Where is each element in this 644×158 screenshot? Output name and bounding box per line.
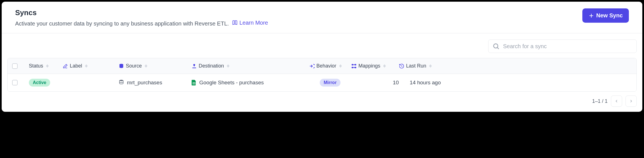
behavior-badge: Mirror [320, 79, 340, 87]
mappings-cell: 10 [351, 80, 399, 86]
header-text: Syncs Activate your customer data by syn… [15, 8, 268, 27]
col-destination-label: Destination [199, 63, 224, 69]
subtitle-text: Activate your customer data by syncing t… [15, 20, 229, 27]
search-icon [492, 43, 500, 50]
toolbar [2, 33, 642, 58]
col-behavior-label: Behavior [316, 63, 336, 69]
svg-rect-7 [355, 64, 356, 65]
behavior-cell: Mirror [309, 79, 351, 87]
status-cell: Active [29, 79, 62, 87]
edit-icon [62, 63, 68, 69]
mappings-icon [351, 63, 357, 69]
sort-icon [383, 64, 386, 68]
source-cell: mrt_purchases [119, 79, 191, 86]
page-title: Syncs [15, 8, 268, 17]
col-label[interactable]: Label [62, 63, 119, 69]
col-source-label: Source [126, 63, 142, 69]
col-destination[interactable]: Destination [191, 63, 309, 69]
status-badge: Active [29, 79, 50, 87]
pagination-range: 1–1 / 1 [592, 98, 608, 104]
svg-point-2 [494, 44, 498, 48]
col-last-run-label: Last Run [406, 63, 426, 69]
chevron-left-icon [614, 99, 619, 103]
svg-point-10 [119, 80, 123, 81]
syncs-page: Syncs Activate your customer data by syn… [2, 2, 642, 112]
sort-icon [339, 64, 342, 68]
page-header: Syncs Activate your customer data by syn… [2, 2, 642, 33]
sort-icon [227, 64, 230, 68]
select-all-cell [12, 63, 29, 69]
new-sync-button[interactable]: New Sync [582, 8, 629, 23]
table-row[interactable]: Active mrt_purchases Google Sheets - pur… [8, 74, 636, 91]
database-icon [119, 63, 124, 69]
arrow-in-icon [309, 63, 315, 69]
svg-rect-6 [352, 64, 353, 65]
pagination: 1–1 / 1 [2, 92, 642, 112]
col-behavior[interactable]: Behavior [309, 63, 351, 69]
svg-rect-8 [352, 67, 353, 68]
google-sheets-icon [191, 80, 196, 85]
book-icon [232, 20, 238, 25]
sort-icon [145, 64, 147, 68]
row-checkbox[interactable] [12, 80, 18, 85]
col-last-run[interactable]: Last Run [399, 63, 441, 69]
prev-page-button[interactable] [611, 96, 622, 107]
table-header-row: Status Label Source Destination Behavior [8, 58, 636, 74]
source-text: mrt_purchases [127, 80, 162, 86]
learn-more-link[interactable]: Learn More [232, 19, 268, 27]
learn-more-label: Learn More [239, 19, 268, 27]
next-page-button[interactable] [626, 96, 637, 107]
history-icon [399, 63, 404, 69]
col-mappings[interactable]: Mappings [351, 63, 399, 69]
col-source[interactable]: Source [119, 63, 191, 69]
col-status[interactable]: Status [29, 63, 62, 69]
destination-cell: Google Sheets - purchases [191, 80, 309, 86]
database-icon [119, 79, 124, 86]
sort-icon [429, 64, 432, 68]
search-box[interactable] [488, 40, 637, 53]
col-label-label: Label [70, 63, 82, 69]
row-select-cell [12, 80, 29, 85]
col-mappings-label: Mappings [358, 63, 380, 69]
sort-icon [85, 64, 88, 68]
svg-line-3 [497, 48, 499, 49]
page-subtitle: Activate your customer data by syncing t… [15, 19, 268, 27]
new-sync-label: New Sync [596, 12, 623, 19]
select-all-checkbox[interactable] [12, 63, 18, 69]
search-input[interactable] [503, 43, 633, 50]
last-run-cell: 14 hours ago [399, 80, 441, 86]
svg-rect-9 [355, 67, 356, 68]
col-status-label: Status [29, 63, 43, 69]
syncs-table: Status Label Source Destination Behavior [7, 58, 637, 92]
destination-icon [191, 63, 197, 69]
chevron-right-icon [629, 99, 633, 103]
sort-icon [46, 64, 49, 68]
destination-text: Google Sheets - purchases [199, 80, 264, 86]
plus-icon [589, 13, 594, 18]
svg-rect-5 [192, 68, 196, 68]
